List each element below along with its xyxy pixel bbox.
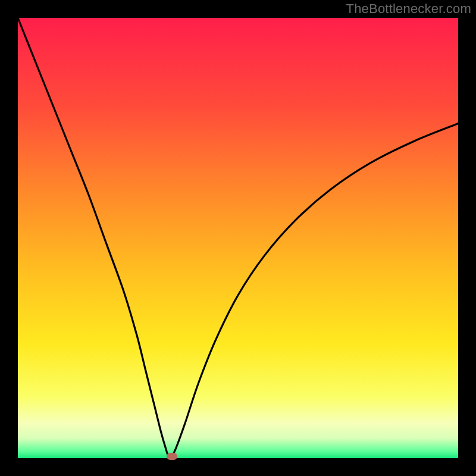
chart-frame: TheBottlenecker.com: [0, 0, 476, 476]
watermark-text: TheBottlenecker.com: [346, 1, 471, 17]
svg-rect-0: [18, 18, 458, 458]
optimal-point-marker: [167, 453, 177, 460]
plot-background-gradient: [18, 18, 458, 458]
